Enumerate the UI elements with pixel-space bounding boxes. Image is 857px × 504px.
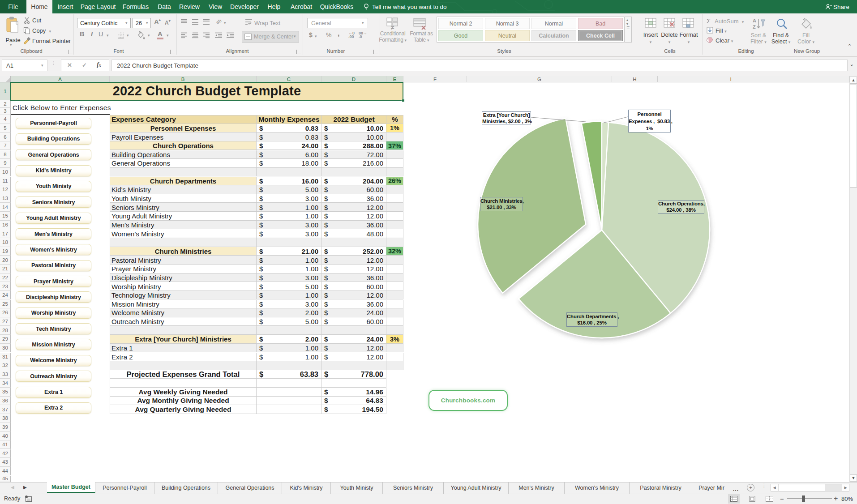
svg-text:≠: ≠ (391, 24, 394, 30)
svg-text:Z: Z (753, 24, 756, 30)
svg-text:A: A (753, 18, 756, 23)
